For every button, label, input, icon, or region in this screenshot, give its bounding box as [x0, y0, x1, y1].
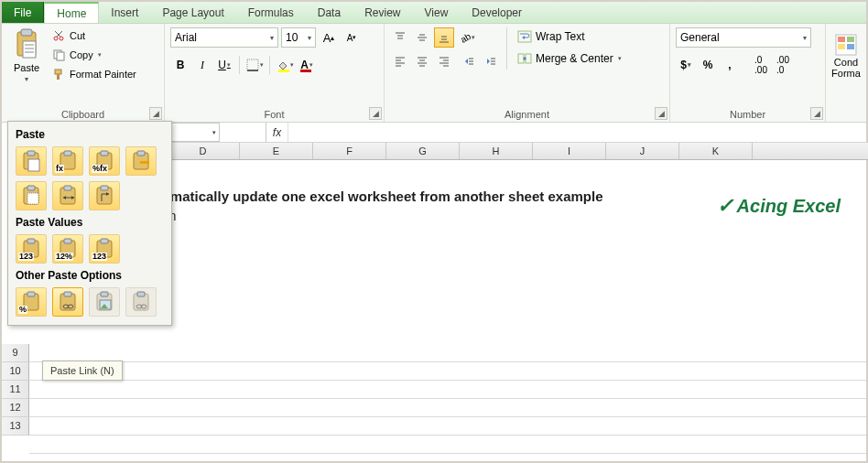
svg-marker-46	[522, 36, 525, 39]
tab-review[interactable]: Review	[353, 2, 412, 23]
copy-button[interactable]: Copy ▾	[49, 47, 138, 63]
italic-button[interactable]: I	[192, 55, 212, 75]
decrease-indent-button[interactable]	[458, 51, 478, 71]
brand-text: Acing Excel	[737, 196, 841, 217]
accounting-format-button[interactable]: $▾	[676, 55, 696, 75]
increase-font-button[interactable]: A▴	[319, 27, 339, 48]
wrap-text-button[interactable]: Wrap Text	[514, 27, 625, 46]
paste-all-button[interactable]	[16, 146, 47, 176]
row-head[interactable]: 13	[2, 417, 29, 436]
col-head[interactable]: F	[313, 143, 386, 159]
cut-button[interactable]: Cut	[49, 27, 138, 44]
percent-button[interactable]: %	[698, 55, 718, 75]
number-format-value: General	[680, 31, 720, 44]
align-top-button[interactable]	[390, 27, 410, 48]
conditional-formatting-icon[interactable]	[834, 33, 858, 57]
bold-button[interactable]: B	[170, 55, 190, 75]
scissors-icon	[51, 28, 66, 43]
fill-color-button[interactable]: ▾	[275, 55, 295, 75]
number-group-label: Number	[676, 107, 819, 122]
svg-rect-94	[137, 292, 145, 296]
tab-page-layout[interactable]: Page Layout	[150, 2, 235, 23]
row-head[interactable]: 10	[2, 362, 29, 381]
col-head[interactable]: I	[533, 143, 606, 159]
paste-keep-source-fmt-button[interactable]	[125, 146, 157, 176]
number-launcher[interactable]: ◢	[810, 107, 823, 120]
comma-button[interactable]: ,	[720, 55, 740, 75]
alignment-launcher[interactable]: ◢	[655, 107, 667, 120]
paste-picture-button[interactable]	[89, 287, 120, 317]
align-bottom-button[interactable]	[434, 27, 454, 48]
svg-rect-67	[27, 186, 35, 190]
clipboard-launcher[interactable]: ◢	[149, 107, 162, 120]
paste-values-button[interactable]: 123	[16, 234, 47, 264]
formula-bar-row: ▾ fx	[167, 123, 866, 143]
font-launcher[interactable]: ◢	[369, 107, 382, 120]
paste-formulas-numfmt-button[interactable]: %fx	[89, 146, 120, 176]
tab-home[interactable]: Home	[44, 2, 99, 23]
tab-formulas[interactable]: Formulas	[236, 2, 306, 23]
orientation-button[interactable]: ab▾	[458, 27, 478, 48]
increase-decimal-button[interactable]: .0.00	[751, 55, 771, 75]
merge-center-button[interactable]: Merge & Center ▾	[514, 49, 625, 68]
fx-icon[interactable]: fx	[266, 123, 288, 142]
tab-insert[interactable]: Insert	[99, 2, 150, 23]
font-name-value: Arial	[175, 31, 197, 44]
chevron-down-icon: ▾	[212, 129, 219, 136]
svg-rect-2	[23, 41, 36, 58]
tab-view[interactable]: View	[413, 2, 461, 23]
borders-button[interactable]: ▾	[244, 55, 265, 75]
svg-rect-70	[64, 186, 71, 190]
paste-icon	[13, 27, 40, 60]
row-head[interactable]: 9	[2, 344, 29, 362]
increase-indent-button[interactable]	[480, 51, 500, 71]
font-size-combo[interactable]: 10 ▾	[281, 27, 316, 48]
name-box[interactable]: ▾	[167, 123, 220, 142]
col-head[interactable]: D	[167, 143, 240, 159]
col-head[interactable]: E	[240, 143, 313, 159]
row-head[interactable]: 12	[2, 399, 29, 417]
svg-rect-80	[64, 239, 71, 243]
font-group-label: Font	[170, 107, 378, 122]
underline-button[interactable]: U▾	[214, 55, 234, 75]
align-center-button[interactable]	[412, 51, 432, 71]
gallery-values-title: Paste Values	[14, 213, 166, 232]
tab-data[interactable]: Data	[306, 2, 353, 23]
paste-linked-picture-button[interactable]	[125, 287, 157, 317]
cell-title[interactable]: w to automatically update one excel work…	[110, 188, 603, 204]
paste-formulas-button[interactable]: fx	[52, 146, 83, 176]
copy-dropdown-arrow[interactable]: ▾	[98, 51, 102, 59]
align-left-button[interactable]	[390, 51, 410, 71]
col-head[interactable]: H	[460, 143, 533, 159]
paste-no-borders-button[interactable]	[16, 181, 47, 210]
group-number: General ▾ $▾ % , .0.00 .00.0 Number ◢	[670, 24, 826, 122]
paste-dropdown-arrow[interactable]: ▾	[25, 75, 28, 83]
decrease-font-button[interactable]: A▾	[342, 27, 362, 48]
tab-file[interactable]: File	[2, 2, 44, 23]
font-name-combo[interactable]: Arial ▾	[170, 27, 278, 48]
align-right-button[interactable]	[434, 51, 454, 71]
paste-keep-col-widths-button[interactable]	[52, 181, 83, 210]
paste-values-sourcefmt-button[interactable]: 123	[89, 234, 120, 264]
number-format-combo[interactable]: General ▾	[676, 27, 811, 48]
font-color-button[interactable]: A ▾	[297, 55, 317, 75]
format-painter-button[interactable]: Format Painter	[49, 66, 138, 82]
merge-dropdown-arrow[interactable]: ▾	[618, 55, 622, 62]
alignment-group-label: Alignment	[390, 107, 664, 122]
paste-values-numfmt-button[interactable]: 12%	[52, 234, 83, 264]
paste-transpose-button[interactable]	[89, 181, 120, 210]
align-middle-button[interactable]	[412, 27, 432, 48]
decrease-decimal-button[interactable]: .00.0	[773, 55, 793, 75]
tab-developer[interactable]: Developer	[460, 2, 534, 23]
formula-bar[interactable]	[288, 123, 866, 142]
row-head[interactable]: 11	[2, 381, 29, 399]
col-head[interactable]: J	[606, 143, 679, 159]
ribbon-tabs: File Home Insert Page Layout Formulas Da…	[2, 2, 866, 24]
col-head[interactable]: K	[679, 143, 753, 159]
check-icon: ✓	[717, 194, 733, 218]
paste-formatting-button[interactable]: %	[16, 287, 47, 317]
paste-button[interactable]: Paste ▾	[7, 27, 46, 83]
wrap-text-icon	[517, 29, 532, 44]
col-head[interactable]: G	[386, 143, 460, 159]
paste-link-button[interactable]	[52, 287, 83, 317]
